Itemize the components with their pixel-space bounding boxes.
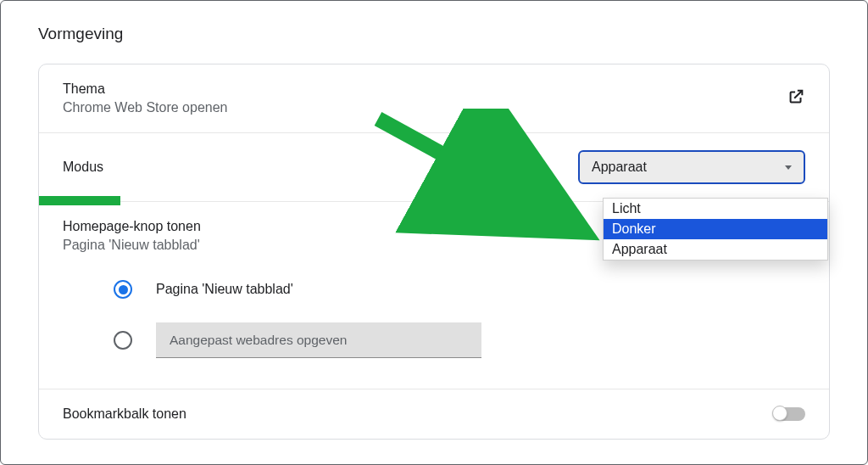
bookmarkbar-toggle[interactable] [773,407,805,421]
custom-url-placeholder: Aangepast webadres opgeven [170,333,347,348]
bookmarkbar-label: Bookmarkbalk tonen [63,406,186,422]
custom-url-input[interactable]: Aangepast webadres opgeven [156,322,481,358]
radio-row-custom[interactable]: Aangepast webadres opgeven [63,311,805,370]
theme-label: Thema [63,81,227,97]
mode-option-donker[interactable]: Donker [604,219,827,239]
mode-option-apparaat[interactable]: Apparaat [604,239,827,260]
toggle-knob [772,406,787,421]
mode-label: Modus [63,160,103,175]
homepage-label: Homepage-knop tonen [63,219,201,234]
radio-new-tab[interactable] [114,280,132,299]
homepage-radio-group: Pagina 'Nieuw tabblad' Aangepast webadre… [39,253,829,389]
section-title: Vormgeving [38,25,830,43]
radio-custom[interactable] [114,331,132,350]
mode-option-licht[interactable]: Licht [604,199,827,219]
mode-dropdown[interactable]: Apparaat [578,150,805,184]
open-external-icon[interactable] [787,87,805,109]
homepage-sublabel: Pagina 'Nieuw tabblad' [63,238,201,253]
chevron-down-icon [785,165,792,170]
theme-row[interactable]: Thema Chrome Web Store openen [39,64,829,133]
mode-dropdown-value: Apparaat [592,160,647,175]
radio-new-tab-label: Pagina 'Nieuw tabblad' [156,282,293,297]
bookmarkbar-row: Bookmarkbalk tonen [39,389,829,439]
mode-row: Modus Apparaat [39,133,829,202]
mode-dropdown-menu[interactable]: Licht Donker Apparaat [603,198,828,261]
theme-sublabel: Chrome Web Store openen [63,100,227,115]
radio-row-new-tab[interactable]: Pagina 'Nieuw tabblad' [63,268,805,311]
